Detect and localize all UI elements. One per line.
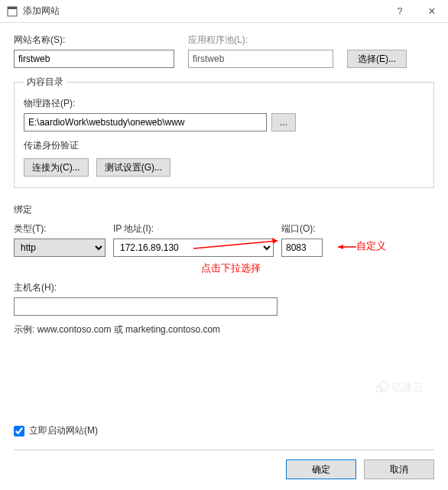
ok-button[interactable]: 确定 (286, 459, 356, 479)
type-select[interactable]: http (14, 239, 106, 257)
watermark: 亿速云 (376, 372, 445, 402)
binding-section-label: 绑定 (14, 203, 434, 216)
site-name-label: 网站名称(S): (14, 34, 174, 47)
type-label: 类型(T): (14, 222, 106, 235)
annotation-arrow-port (335, 242, 358, 251)
app-icon (6, 5, 18, 18)
hostname-label: 主机名(H): (14, 281, 278, 294)
ip-address-select[interactable]: 172.16.89.130 (113, 239, 274, 257)
app-pool-label: 应用程序池(L): (188, 34, 333, 47)
auth-label: 传递身份验证 (24, 139, 424, 152)
help-button[interactable]: ? (384, 0, 416, 23)
content-directory-legend: 内容目录 (24, 76, 67, 89)
window-title: 添加网站 (23, 5, 60, 18)
content-directory-group: 内容目录 物理路径(P): ... 传递身份验证 连接为(C)... 测试设置(… (14, 82, 434, 188)
select-pool-button[interactable]: 选择(E)... (347, 50, 407, 68)
svg-text:亿速云: 亿速云 (391, 381, 424, 393)
start-site-text: 立即启动网站(M) (29, 424, 98, 437)
physical-path-input[interactable] (24, 113, 267, 131)
site-name-input[interactable] (14, 50, 174, 68)
port-label: 端口(O): (281, 222, 323, 235)
hostname-example: 示例: www.contoso.com 或 marketing.contoso.… (14, 323, 434, 336)
close-button[interactable]: × (416, 0, 448, 23)
svg-marker-5 (338, 245, 343, 249)
start-site-checkbox[interactable] (14, 426, 24, 436)
ip-address-label: IP 地址(I): (113, 222, 274, 235)
annotation-custom: 自定义 (356, 239, 386, 253)
svg-point-8 (376, 386, 382, 392)
annotation-dropdown-hint: 点击下拉选择 (201, 261, 261, 275)
connect-as-button[interactable]: 连接为(C)... (24, 158, 89, 177)
physical-path-label: 物理路径(P): (24, 97, 424, 110)
hostname-input[interactable] (14, 297, 278, 316)
port-input[interactable] (281, 239, 323, 257)
start-site-checkbox-label[interactable]: 立即启动网站(M) (14, 424, 434, 437)
cancel-button[interactable]: 取消 (364, 459, 434, 479)
test-settings-button[interactable]: 测试设置(G)... (96, 158, 170, 177)
titlebar: 添加网站 ? × (0, 0, 448, 23)
svg-rect-1 (8, 7, 17, 9)
browse-button[interactable]: ... (271, 113, 296, 131)
footer-divider (14, 449, 434, 450)
app-pool-input (188, 50, 333, 68)
svg-point-7 (379, 381, 388, 391)
